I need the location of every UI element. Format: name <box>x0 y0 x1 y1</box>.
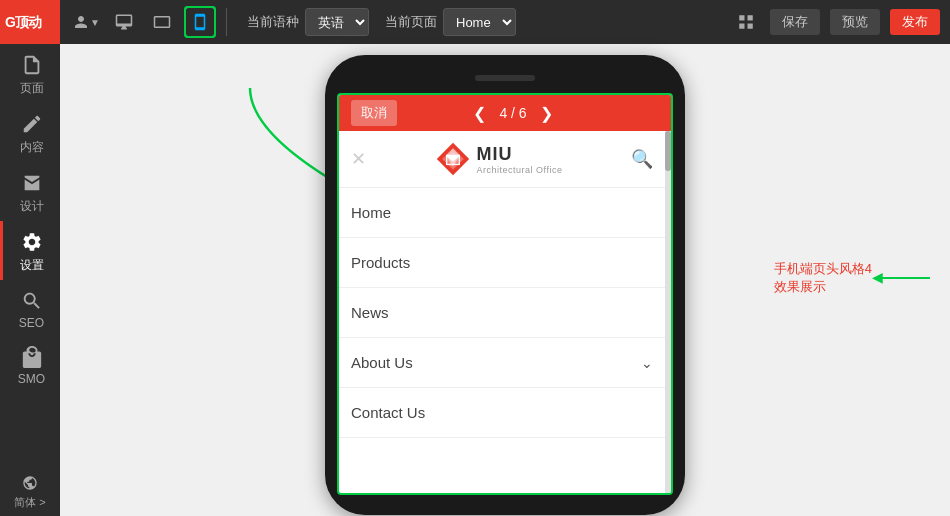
nav-item-products[interactable]: Products <box>339 238 665 288</box>
sidebar-item-page[interactable]: 页面 <box>0 44 60 103</box>
current-language-label: 当前语种 <box>247 13 299 31</box>
pagination-text: 4 / 6 <box>499 105 526 121</box>
edit-icon <box>21 113 43 135</box>
nav-item-contact[interactable]: Contact Us <box>339 388 665 438</box>
brand-name: MIU <box>477 144 563 165</box>
sidebar-item-seo[interactable]: SEO <box>0 280 60 336</box>
sidebar-item-content[interactable]: 内容 <box>0 103 60 162</box>
topbar: ▼ 当前语种 英语 当前页面 Home <box>60 0 950 44</box>
phone-scrollbar[interactable] <box>665 131 671 493</box>
tablet-icon <box>153 13 171 31</box>
mobile-device-button[interactable] <box>184 6 216 38</box>
phone-content-wrapper: ✕ <box>339 131 671 493</box>
phone-screen: 取消 ❮ 4 / 6 ❯ ✕ <box>337 93 673 495</box>
desktop-icon <box>115 13 133 31</box>
chevron-down-icon: ⌄ <box>641 355 653 371</box>
sidebar-item-content-label: 内容 <box>20 139 44 156</box>
main-area: ▼ 当前语种 英语 当前页面 Home <box>60 0 950 516</box>
phone-frame: 取消 ❮ 4 / 6 ❯ ✕ <box>325 55 685 515</box>
nav-item-news[interactable]: News <box>339 288 665 338</box>
save-button[interactable]: 保存 <box>770 9 820 35</box>
publish-button[interactable]: 发布 <box>890 9 940 35</box>
sidebar-item-design[interactable]: 设计 <box>0 162 60 221</box>
sidebar-item-smo-label: SMO <box>18 372 45 386</box>
phone-scrollbar-thumb <box>665 131 671 171</box>
content-area: 取消 ❮ 4 / 6 ❯ ✕ <box>60 44 950 516</box>
annotation-text-group: 手机端页头风格4 效果展示 <box>774 260 872 296</box>
current-page-label: 当前页面 <box>385 13 437 31</box>
preview-button[interactable]: 预览 <box>830 9 880 35</box>
nav-item-home[interactable]: Home <box>339 188 665 238</box>
arrow-head-icon: ◀ <box>872 269 883 285</box>
sidebar-item-design-label: 设计 <box>20 198 44 215</box>
nav-item-home-label: Home <box>351 204 391 221</box>
sidebar-item-seo-label: SEO <box>19 316 44 330</box>
next-arrow[interactable]: ❯ <box>537 103 557 123</box>
annotation-text-line2: 效果展示 <box>774 278 826 296</box>
store-icon <box>21 172 43 194</box>
annotation-arrow-group: ◀ <box>880 277 930 279</box>
nav-item-about-label: About Us <box>351 354 413 371</box>
cancel-button[interactable]: 取消 <box>351 100 397 126</box>
topbar-divider-1 <box>226 8 227 36</box>
mobile-logo: MIU Architectural Office <box>435 141 563 177</box>
logo-text-group: MIU Architectural Office <box>477 144 563 175</box>
phone-speaker <box>475 75 535 81</box>
phone-pagination-bar: 取消 ❮ 4 / 6 ❯ <box>339 95 671 131</box>
bag-icon <box>21 346 43 368</box>
sidebar: G顶动 页面 内容 设计 设置 SEO SMO <box>0 0 60 516</box>
nav-item-contact-label: Contact Us <box>351 404 425 421</box>
mobile-icon <box>191 13 209 31</box>
file-icon <box>21 54 43 76</box>
tablet-device-button[interactable] <box>146 6 178 38</box>
sidebar-language-label: 简体 > <box>14 495 45 510</box>
annotation-text-line1: 手机端页头风格4 <box>774 260 872 278</box>
search-icon <box>21 290 43 312</box>
brand-subtitle: Architectural Office <box>477 165 563 175</box>
grid-icon <box>737 13 755 31</box>
sidebar-logo: G顶动 <box>0 0 60 44</box>
sidebar-language[interactable]: 简体 > <box>0 465 60 516</box>
mobile-close-button[interactable]: ✕ <box>351 148 366 170</box>
nav-item-about[interactable]: About Us ⌄ <box>339 338 665 388</box>
user-icon <box>72 13 90 31</box>
mobile-header: ✕ <box>339 131 665 188</box>
sidebar-item-settings[interactable]: 设置 <box>0 221 60 280</box>
globe-icon <box>22 475 38 491</box>
nav-item-products-label: Products <box>351 254 410 271</box>
gear-icon <box>21 231 43 253</box>
svg-text:G顶动: G顶动 <box>5 14 42 30</box>
phone-content: ✕ <box>339 131 665 493</box>
language-select[interactable]: 英语 <box>305 8 369 36</box>
annotation-wrapper: 手机端页头风格4 效果展示 ◀ <box>774 260 930 296</box>
page-select[interactable]: Home <box>443 8 516 36</box>
sidebar-item-page-label: 页面 <box>20 80 44 97</box>
sidebar-item-smo[interactable]: SMO <box>0 336 60 392</box>
mobile-search-button[interactable]: 🔍 <box>631 148 653 170</box>
sidebar-item-settings-label: 设置 <box>20 257 44 274</box>
nav-item-news-label: News <box>351 304 389 321</box>
grid-button[interactable] <box>732 8 760 36</box>
prev-arrow[interactable]: ❮ <box>469 103 489 123</box>
logo-diamond-icon <box>435 141 471 177</box>
pagination-nav: ❮ 4 / 6 ❯ <box>469 103 556 123</box>
user-button[interactable]: ▼ <box>70 6 102 38</box>
desktop-device-button[interactable] <box>108 6 140 38</box>
arrow-line: ◀ <box>880 277 930 279</box>
